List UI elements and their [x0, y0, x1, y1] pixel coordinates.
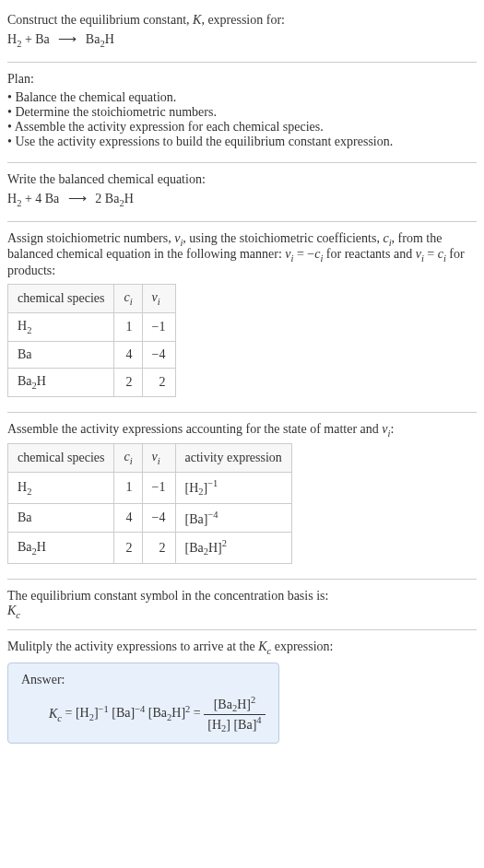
cell-nui: −1	[142, 473, 175, 503]
assign-text: Assign stoichiometric numbers, νi, using…	[7, 231, 477, 279]
plan-item: Assemble the activity expression for eac…	[7, 120, 477, 135]
title-section: Construct the equilibrium constant, K, e…	[7, 7, 477, 58]
cell-ci: 4	[114, 341, 142, 368]
assign-section: Assign stoichiometric numbers, νi, using…	[7, 226, 477, 408]
symbol-section: The equilibrium constant symbol in the c…	[7, 583, 477, 626]
symbol-text: The equilibrium constant symbol in the c…	[7, 589, 477, 604]
balanced-section: Write the balanced chemical equation: H2…	[7, 167, 477, 217]
assemble-text: Assemble the activity expressions accoun…	[7, 422, 477, 439]
col-nui: νi	[142, 285, 175, 313]
title-text: Construct the equilibrium constant, K, e…	[7, 13, 477, 28]
kc-expression: Kc = [H2]−1 [Ba]−4 [Ba2H]2 = [Ba2H]2 [H2…	[49, 695, 266, 733]
table-row: Ba 4 −4	[8, 341, 176, 368]
unbalanced-equation: H2 + Ba ⟶ Ba2H	[7, 31, 477, 49]
answer-box: Answer: Kc = [H2]−1 [Ba]−4 [Ba2H]2 = [Ba…	[7, 663, 279, 744]
cell-activity: [H2]−1	[175, 473, 291, 503]
cell-species: Ba2H	[8, 533, 114, 563]
divider	[7, 412, 477, 413]
stoich-table: chemical species ci νi H2 1 −1 Ba 4 −4 B…	[7, 284, 176, 396]
cell-species: Ba	[8, 503, 114, 533]
table-row: Ba2H 2 2	[8, 368, 176, 396]
cell-species: Ba	[8, 341, 114, 368]
cell-nui: −4	[142, 503, 175, 533]
table-row: H2 1 −1 [H2]−1	[8, 473, 292, 503]
divider	[7, 221, 477, 222]
table-row: H2 1 −1	[8, 312, 176, 341]
cell-species: H2	[8, 312, 114, 341]
plan-label: Plan:	[7, 72, 477, 87]
plan-list: Balance the chemical equation. Determine…	[7, 90, 477, 149]
cell-activity: [Ba2H]2	[175, 533, 291, 563]
answer-label: Answer:	[21, 673, 266, 687]
plan-item: Balance the chemical equation.	[7, 90, 477, 105]
divider	[7, 629, 477, 630]
divider	[7, 62, 477, 63]
col-species: chemical species	[8, 444, 114, 473]
divider	[7, 579, 477, 580]
plan-item: Determine the stoichiometric numbers.	[7, 105, 477, 120]
cell-nui: −1	[142, 312, 175, 341]
cell-species: H2	[8, 473, 114, 503]
col-activity: activity expression	[175, 444, 291, 473]
multiply-text: Mulitply the activity expressions to arr…	[7, 639, 477, 656]
balanced-label: Write the balanced chemical equation:	[7, 172, 477, 187]
cell-nui: −4	[142, 341, 175, 368]
cell-nui: 2	[142, 368, 175, 396]
multiply-section: Mulitply the activity expressions to arr…	[7, 634, 477, 757]
cell-ci: 2	[114, 533, 142, 563]
col-nui: νi	[142, 444, 175, 473]
kc-symbol: Kc	[7, 604, 477, 620]
cell-ci: 1	[114, 312, 142, 341]
divider	[7, 162, 477, 163]
cell-ci: 2	[114, 368, 142, 396]
plan-item: Use the activity expressions to build th…	[7, 135, 477, 149]
table-row: Ba 4 −4 [Ba]−4	[8, 503, 292, 533]
cell-species: Ba2H	[8, 368, 114, 396]
cell-ci: 1	[114, 473, 142, 503]
col-ci: ci	[114, 444, 142, 473]
plan-section: Plan: Balance the chemical equation. Det…	[7, 66, 477, 158]
assemble-section: Assemble the activity expressions accoun…	[7, 416, 477, 575]
cell-activity: [Ba]−4	[175, 503, 291, 533]
cell-ci: 4	[114, 503, 142, 533]
balanced-equation: H2 + 4 Ba ⟶ 2 Ba2H	[7, 191, 477, 208]
activity-table: chemical species ci νi activity expressi…	[7, 443, 292, 563]
col-ci: ci	[114, 285, 142, 313]
col-species: chemical species	[8, 285, 114, 313]
cell-nui: 2	[142, 533, 175, 563]
table-row: Ba2H 2 2 [Ba2H]2	[8, 533, 292, 563]
